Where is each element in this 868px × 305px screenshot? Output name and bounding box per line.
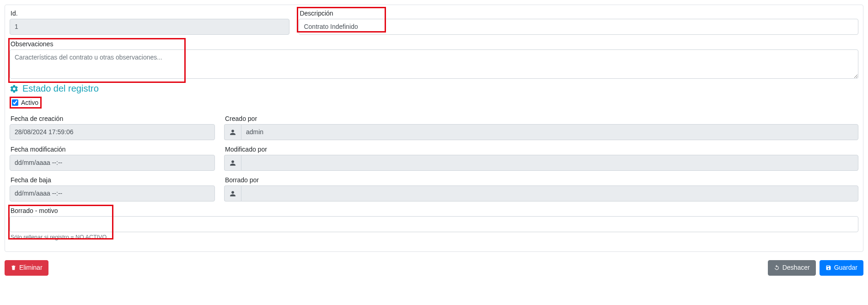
deshacer-button[interactable]: Deshacer: [768, 260, 816, 276]
field-borrado-por: Borrado por: [224, 175, 858, 202]
field-observaciones: Observaciones: [10, 39, 858, 79]
form-panel: Id. Descripción Observaciones Estado del…: [5, 5, 863, 252]
descripcion-label: Descripción: [299, 9, 858, 18]
modificado-por-label: Modificado por: [224, 145, 858, 154]
modificado-por-input: [241, 155, 858, 171]
field-modificado-por: Modificado por: [224, 145, 858, 171]
id-input: [10, 19, 289, 35]
activo-checkbox-row: Activo: [10, 97, 42, 109]
user-icon: [230, 160, 236, 166]
descripcion-input[interactable]: [299, 19, 858, 35]
field-descripcion: Descripción: [299, 9, 858, 35]
fecha-creacion-input: [10, 124, 215, 140]
deshacer-label: Deshacer: [782, 263, 810, 272]
row-borrado-motivo: Borrado - motivo Sólo rellenar si regist…: [10, 206, 858, 240]
row-modificacion: Fecha modificación Modificado por: [10, 145, 858, 171]
gear-icon: [10, 84, 19, 93]
borrado-motivo-label: Borrado - motivo: [10, 206, 858, 215]
field-borrado-motivo: Borrado - motivo Sólo rellenar si regist…: [10, 206, 858, 240]
fecha-creacion-label: Fecha de creación: [10, 114, 215, 123]
trash-icon: [11, 265, 16, 271]
guardar-button[interactable]: Guardar: [820, 260, 863, 276]
borrado-por-input: [241, 185, 858, 202]
guardar-label: Guardar: [834, 263, 857, 272]
field-id: Id.: [10, 9, 289, 35]
fecha-modificacion-input: [10, 155, 215, 171]
activo-checkbox[interactable]: [12, 99, 18, 106]
creado-por-input: [241, 124, 858, 140]
user-icon-addon-2: [224, 155, 241, 171]
section-title-estado: Estado del registro: [22, 83, 99, 94]
save-icon: [825, 265, 831, 271]
row-baja: Fecha de baja Borrado por: [10, 175, 858, 202]
row-id-descripcion: Id. Descripción: [10, 9, 858, 35]
activo-label: Activo: [21, 99, 38, 106]
user-icon: [230, 191, 236, 197]
field-fecha-modificacion: Fecha modificación: [10, 145, 215, 171]
row-creacion: Fecha de creación Creado por: [10, 114, 858, 140]
user-icon-addon-3: [224, 185, 241, 202]
field-fecha-baja: Fecha de baja: [10, 175, 215, 202]
eliminar-button[interactable]: Eliminar: [5, 260, 48, 276]
id-label: Id.: [10, 9, 289, 18]
fecha-baja-label: Fecha de baja: [10, 175, 215, 185]
borrado-motivo-help: Sólo rellenar si registro = NO ACTIVO: [10, 234, 858, 240]
observaciones-textarea[interactable]: [10, 49, 858, 79]
field-creado-por: Creado por: [224, 114, 858, 140]
borrado-motivo-input[interactable]: [10, 216, 858, 232]
row-observaciones: Observaciones: [10, 39, 858, 79]
section-header-estado: Estado del registro: [10, 83, 858, 94]
user-icon: [230, 129, 236, 136]
observaciones-label: Observaciones: [10, 39, 858, 49]
field-fecha-creacion: Fecha de creación: [10, 114, 215, 140]
eliminar-label: Eliminar: [19, 263, 43, 272]
fecha-baja-input: [10, 185, 215, 202]
footer-right: Deshacer Guardar: [768, 260, 863, 276]
user-icon-addon: [224, 124, 241, 140]
footer-bar: Eliminar Deshacer Guardar: [5, 260, 863, 276]
undo-icon: [774, 265, 780, 271]
borrado-por-label: Borrado por: [224, 175, 858, 185]
fecha-modificacion-label: Fecha modificación: [10, 145, 215, 154]
creado-por-label: Creado por: [224, 114, 858, 123]
